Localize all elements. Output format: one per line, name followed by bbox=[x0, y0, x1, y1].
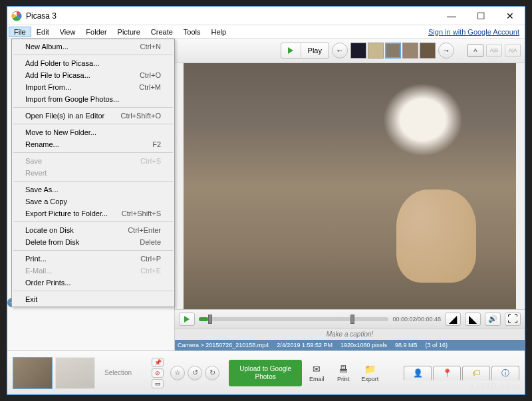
info-dimensions: 1920x1080 pixels bbox=[340, 342, 387, 348]
tags-tab[interactable]: 🏷 bbox=[462, 366, 490, 380]
play-icon bbox=[281, 43, 301, 59]
play-label: Play bbox=[301, 47, 329, 55]
menu-help[interactable]: Help bbox=[206, 27, 232, 37]
menu-item: Revert bbox=[12, 167, 174, 179]
menu-item[interactable]: Open File(s) in an EditorCtrl+Shift+O bbox=[12, 110, 174, 122]
info-position: (3 of 16) bbox=[426, 342, 448, 348]
selection-label: Selection bbox=[104, 369, 132, 376]
email-button[interactable]: ✉Email bbox=[305, 364, 329, 382]
rotate-cw-button[interactable]: ↻ bbox=[205, 366, 219, 380]
people-tab[interactable]: 👤 bbox=[404, 366, 432, 380]
menu-view[interactable]: View bbox=[55, 27, 81, 37]
next-button[interactable]: → bbox=[438, 43, 454, 59]
close-button[interactable]: ✕ bbox=[495, 7, 525, 25]
trim-start-handle[interactable] bbox=[208, 315, 212, 324]
menubar: File Edit View Folder Picture Create Too… bbox=[7, 25, 525, 39]
tray-thumb[interactable] bbox=[13, 357, 53, 389]
main-area: New Album...Ctrl+NAdd Folder to Picasa..… bbox=[7, 39, 525, 350]
minimize-button[interactable]: — bbox=[437, 7, 466, 25]
menu-separator bbox=[13, 291, 173, 291]
layout-ab-button[interactable]: A|B bbox=[486, 45, 502, 57]
trim-in-button[interactable]: ◢ bbox=[445, 313, 461, 326]
menu-item[interactable]: New Album...Ctrl+N bbox=[12, 41, 174, 53]
menu-item[interactable]: Add Folder to Picasa... bbox=[12, 57, 174, 69]
titlebar: Picasa 3 — ☐ ✕ bbox=[7, 7, 525, 25]
menu-item[interactable]: Order Prints... bbox=[12, 277, 174, 289]
export-icon: 📁 bbox=[364, 364, 376, 376]
person-icon: 👤 bbox=[413, 368, 423, 378]
thumb-4[interactable] bbox=[402, 43, 418, 59]
menu-tools[interactable]: Tools bbox=[178, 27, 206, 37]
email-icon: ✉ bbox=[313, 364, 321, 376]
play-slideshow-button[interactable]: Play bbox=[281, 43, 329, 59]
pin-icon: 📍 bbox=[442, 368, 452, 378]
volume-button[interactable]: 🔊 bbox=[485, 313, 501, 326]
menu-item[interactable]: Add File to Picasa...Ctrl+O bbox=[12, 69, 174, 81]
playback-time: 00:00:02/00:00:48 bbox=[392, 316, 441, 323]
layout-aa-button[interactable]: A|A bbox=[505, 45, 521, 57]
export-button[interactable]: 📁Export bbox=[358, 364, 382, 382]
right-tabs: 👤 📍 🏷 ⓘ bbox=[404, 366, 519, 380]
video-play-button[interactable] bbox=[179, 313, 195, 326]
video-scrubber[interactable] bbox=[199, 317, 388, 321]
menu-edit[interactable]: Edit bbox=[31, 27, 55, 37]
signin-link[interactable]: Sign in with Google Account bbox=[428, 28, 519, 36]
tray-hold-button[interactable]: 📌 bbox=[152, 358, 164, 367]
tray-clear-button[interactable]: ⊘ bbox=[152, 368, 164, 378]
menu-item[interactable]: Move to New Folder... bbox=[12, 126, 174, 138]
thumb-5[interactable] bbox=[420, 43, 436, 59]
thumb-2[interactable] bbox=[368, 43, 384, 59]
thumb-1[interactable] bbox=[350, 43, 366, 59]
menu-separator bbox=[13, 181, 173, 182]
rotate-ccw-button[interactable]: ↺ bbox=[188, 366, 202, 380]
menu-create[interactable]: Create bbox=[146, 27, 178, 37]
tag-icon: 🏷 bbox=[472, 368, 480, 378]
trim-end-handle[interactable] bbox=[350, 315, 354, 324]
prev-button[interactable]: ← bbox=[332, 43, 348, 59]
caption-input[interactable]: Make a caption! bbox=[175, 328, 525, 340]
menu-item[interactable]: Delete from DiskDelete bbox=[12, 236, 174, 248]
menu-item[interactable]: Import from Google Photos... bbox=[12, 93, 174, 105]
menu-separator bbox=[13, 221, 173, 222]
menu-file[interactable]: File bbox=[9, 27, 31, 37]
print-button[interactable]: 🖶Print bbox=[331, 364, 355, 382]
places-tab[interactable]: 📍 bbox=[433, 366, 461, 380]
info-path: Camera > 20150726_210158.mp4 bbox=[178, 342, 269, 348]
menu-item[interactable]: Exit bbox=[12, 293, 174, 305]
menu-item[interactable]: Import From...Ctrl+M bbox=[12, 81, 174, 93]
menu-item[interactable]: Save a Copy bbox=[12, 196, 174, 207]
file-dropdown-menu: New Album...Ctrl+NAdd Folder to Picasa..… bbox=[11, 39, 175, 307]
maximize-button[interactable]: ☐ bbox=[466, 7, 495, 25]
action-row: ☆ ↺ ↻ Upload to Google Photos ✉Email 🖶Pr… bbox=[170, 360, 382, 386]
app-title: Picasa 3 bbox=[26, 11, 57, 21]
image-viewport[interactable] bbox=[175, 63, 525, 309]
video-playback-bar: 00:00:02/00:00:48 ◢ ◣ 🔊 ⛶ bbox=[175, 309, 525, 328]
tray-thumb-ghost bbox=[55, 357, 95, 389]
upload-google-photos-button[interactable]: Upload to Google Photos bbox=[229, 360, 302, 386]
menu-item[interactable]: Save As... bbox=[12, 184, 174, 196]
menu-item[interactable]: Export Picture to Folder...Ctrl+Shift+S bbox=[12, 207, 174, 219]
menu-item[interactable]: Locate on DiskCtrl+Enter bbox=[12, 224, 174, 236]
menu-item[interactable]: Rename...F2 bbox=[12, 138, 174, 150]
star-button[interactable]: ☆ bbox=[170, 366, 185, 380]
tray-add-button[interactable]: ▭ bbox=[152, 379, 164, 388]
fullscreen-button[interactable]: ⛶ bbox=[505, 313, 521, 326]
layout-single-button[interactable]: A bbox=[467, 45, 483, 57]
menu-separator bbox=[13, 55, 173, 55]
menu-separator bbox=[13, 124, 173, 124]
watermark: LO4D.com bbox=[471, 381, 520, 392]
tray-controls: 📌 ⊘ ▭ bbox=[152, 358, 164, 388]
info-bar: Camera > 20150726_210158.mp4 2/4/2019 1:… bbox=[175, 340, 525, 350]
thumb-3-selected[interactable] bbox=[385, 43, 401, 59]
menu-separator bbox=[13, 107, 173, 108]
trim-out-button[interactable]: ◣ bbox=[465, 313, 481, 326]
main-image bbox=[184, 63, 516, 309]
menu-folder[interactable]: Folder bbox=[80, 27, 112, 37]
menu-item[interactable]: Print...Ctrl+P bbox=[12, 253, 174, 265]
print-icon: 🖶 bbox=[338, 364, 348, 376]
thumbnail-strip bbox=[350, 43, 436, 59]
photo-tray: Selection 📌 ⊘ ▭ ☆ ↺ ↻ Upload to Google P… bbox=[7, 350, 525, 394]
menu-picture[interactable]: Picture bbox=[112, 27, 146, 37]
info-tab[interactable]: ⓘ bbox=[491, 366, 519, 380]
menu-separator bbox=[13, 250, 173, 251]
